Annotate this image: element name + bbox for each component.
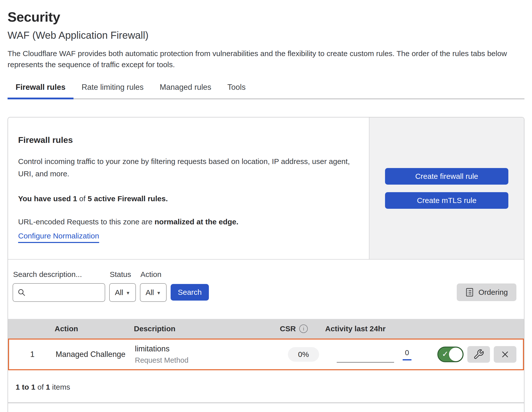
rule-enabled-toggle[interactable]: ✓ [437,347,464,362]
configure-normalization-link[interactable]: Configure Normalization [18,232,99,243]
card-footer: Help ▶ [8,403,524,412]
ordering-button[interactable]: Ordering [457,283,516,301]
status-select[interactable]: All ▼ [109,283,136,302]
overview-text-panel: Firewall rules Control incoming traffic … [8,117,369,259]
close-icon [500,349,510,359]
check-icon: ✓ [442,349,448,359]
waf-tab-bar: Firewall rules Rate limiting rules Manag… [8,83,524,99]
delete-rule-button[interactable] [494,346,516,363]
action-select[interactable]: All ▼ [140,283,167,302]
action-label: Action [140,270,167,279]
rule-action: Managed Challenge [56,350,135,359]
rule-priority: 1 [9,350,56,359]
page-subtitle: WAF (Web Application Firewall) [8,30,524,41]
help-link[interactable]: Help ▶ [490,411,515,412]
search-description-group: Search description... [13,270,105,302]
chevron-down-icon: ▼ [126,291,130,296]
wrench-icon [473,349,484,360]
search-input[interactable] [29,288,101,297]
edit-rule-button[interactable] [467,346,490,363]
card-description: Control incoming traffic to your zone by… [18,155,351,180]
create-mtls-rule-button[interactable]: Create mTLS rule [385,192,508,209]
rule-expression: Request Method [135,356,281,364]
tab-firewall-rules[interactable]: Firewall rules [8,83,73,98]
chevron-down-icon: ▼ [157,291,161,296]
page-header: Security WAF (Web Application Firewall) … [0,0,532,70]
ordering-icon [465,288,474,297]
action-column-header: Action [55,324,134,333]
activity-count-link[interactable]: 0 [403,348,411,360]
security-waf-page: Security WAF (Web Application Firewall) … [0,0,532,412]
action-filter-group: Action All ▼ [140,270,167,302]
usage-summary: You have used 1 of 5 active Firewall rul… [18,194,351,203]
description-column-header: Description [134,324,280,333]
search-button[interactable]: Search [171,284,209,301]
rule-activity-cell: 0 ✓ [326,346,523,363]
tab-rate-limiting-rules[interactable]: Rate limiting rules [73,83,151,98]
activity-sparkline [337,346,394,363]
rule-description: limitations [135,344,281,353]
create-firewall-rule-button[interactable]: Create firewall rule [385,168,508,185]
help-label: Help [490,411,507,412]
rule-csr-cell: 0% [281,347,326,362]
status-filter-group: Status All ▼ [109,270,136,302]
usage-count: You have used 1 [18,194,77,203]
tab-managed-rules[interactable]: Managed rules [152,83,219,98]
pagination-summary: 1 to 1 of 1 items [8,370,524,403]
ordering-button-label: Ordering [478,288,508,297]
csr-column-header: CSR i [280,324,325,333]
search-input-box[interactable] [13,283,105,302]
activity-column-header: Activity last 24hr [325,324,524,333]
page-description: The Cloudflare WAF provides both automat… [8,48,524,70]
page-title: Security [8,9,524,25]
toggle-knob [449,348,463,361]
csr-badge: 0% [288,347,319,362]
rules-table-header: Action Description CSR i Activity last 2… [8,319,524,339]
firewall-rule-row[interactable]: 1 Managed Challenge limitations Request … [8,339,524,370]
overview-actions-panel: Create firewall rule Create mTLS rule [369,117,524,259]
firewall-rules-overview: Firewall rules Control incoming traffic … [8,117,524,260]
filter-toolbar: Search description... Status All ▼ Actio… [8,260,524,319]
info-icon[interactable]: i [299,324,308,333]
action-select-value: All [145,288,154,297]
search-description-label: Search description... [13,270,105,279]
status-label: Status [110,270,136,279]
normalization-note: URL-encoded Requests to this zone are no… [18,218,351,226]
status-select-value: All [115,288,123,297]
tab-tools[interactable]: Tools [219,83,254,98]
rule-description-cell: limitations Request Method [135,344,281,364]
card-heading: Firewall rules [18,135,351,145]
search-icon [17,288,26,297]
usage-limit: 5 active Firewall rules. [88,194,168,203]
firewall-rules-card: Firewall rules Control incoming traffic … [8,117,524,412]
